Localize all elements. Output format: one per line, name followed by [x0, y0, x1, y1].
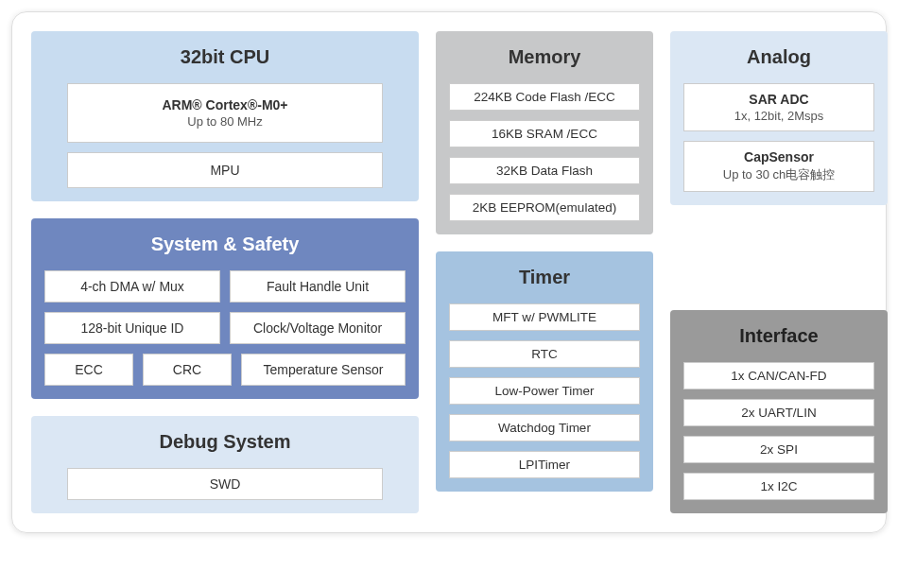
left-column: 32bit CPU ARM® Cortex®-M0+ Up to 80 MHz …	[31, 31, 419, 513]
analog-sar-item: SAR ADC 1x, 12bit, 2Msps	[683, 83, 874, 131]
debug-title: Debug System	[44, 427, 406, 458]
safety-block: System & Safety 4-ch DMA w/ Mux Fault Ha…	[31, 218, 419, 399]
analog-sar-detail: 1x, 12bit, 2Msps	[690, 109, 868, 123]
memory-dataflash: 32KB Data Flash	[449, 157, 640, 184]
block-diagram: 32bit CPU ARM® Cortex®-M0+ Up to 80 MHz …	[11, 11, 887, 533]
timer-title: Timer	[449, 263, 640, 294]
right-column: Analog SAR ADC 1x, 12bit, 2Msps CapSenso…	[670, 31, 888, 513]
safety-ecc: ECC	[44, 354, 133, 386]
timer-lpt: Low-Power Timer	[449, 377, 640, 405]
safety-row-3: ECC CRC Temperature Sensor	[44, 354, 406, 386]
timer-rtc: RTC	[449, 340, 640, 368]
analog-cap-item: CapSensor Up to 30 ch电容触控	[683, 141, 874, 192]
safety-dma: 4-ch DMA w/ Mux	[44, 270, 220, 303]
analog-sar-name: SAR ADC	[690, 92, 868, 107]
interface-title: Interface	[683, 321, 874, 353]
memory-title: Memory	[449, 43, 640, 74]
cpu-mpu-item: MPU	[67, 152, 383, 188]
interface-block: Interface 1x CAN/CAN-FD 2x UART/LIN 2x S…	[670, 310, 888, 513]
memory-sram: 16KB SRAM /ECC	[449, 120, 640, 147]
analog-cap-detail: Up to 30 ch电容触控	[690, 166, 868, 183]
interface-i2c: 1x I2C	[683, 473, 874, 500]
timer-wdt: Watchdog Timer	[449, 414, 640, 441]
debug-swd: SWD	[67, 468, 383, 500]
analog-title: Analog	[683, 43, 874, 74]
cpu-block: 32bit CPU ARM® Cortex®-M0+ Up to 80 MHz …	[31, 31, 419, 201]
safety-row-1: 4-ch DMA w/ Mux Fault Handle Unit	[44, 270, 406, 303]
spacer	[670, 222, 888, 293]
safety-fault: Fault Handle Unit	[230, 270, 406, 303]
cpu-core-name: ARM® Cortex®-M0+	[74, 97, 376, 112]
cpu-core-item: ARM® Cortex®-M0+ Up to 80 MHz	[67, 83, 383, 143]
safety-temp: Temperature Sensor	[241, 354, 406, 386]
safety-row-2: 128-bit Unique ID Clock/Voltage Monitor	[44, 312, 406, 344]
timer-block: Timer MFT w/ PWMLITE RTC Low-Power Timer…	[436, 251, 653, 492]
safety-uid: 128-bit Unique ID	[44, 312, 220, 344]
timer-mft: MFT w/ PWMLITE	[449, 303, 640, 331]
interface-uart: 2x UART/LIN	[683, 399, 874, 426]
safety-crc: CRC	[143, 354, 232, 386]
debug-block: Debug System SWD	[31, 416, 419, 513]
cpu-title: 32bit CPU	[44, 43, 406, 74]
safety-clock: Clock/Voltage Monitor	[230, 312, 406, 344]
safety-title: System & Safety	[44, 230, 406, 261]
memory-codeflash: 224KB Code Flash /ECC	[449, 83, 640, 111]
middle-column: Memory 224KB Code Flash /ECC 16KB SRAM /…	[436, 31, 653, 513]
memory-block: Memory 224KB Code Flash /ECC 16KB SRAM /…	[436, 31, 653, 234]
analog-block: Analog SAR ADC 1x, 12bit, 2Msps CapSenso…	[670, 31, 888, 205]
interface-can: 1x CAN/CAN-FD	[683, 362, 874, 389]
interface-spi: 2x SPI	[683, 436, 874, 463]
cpu-core-freq: Up to 80 MHz	[74, 114, 376, 129]
timer-lpi: LPITimer	[449, 451, 640, 478]
memory-eeprom: 2KB EEPROM(emulated)	[449, 194, 640, 221]
analog-cap-name: CapSensor	[690, 149, 868, 164]
